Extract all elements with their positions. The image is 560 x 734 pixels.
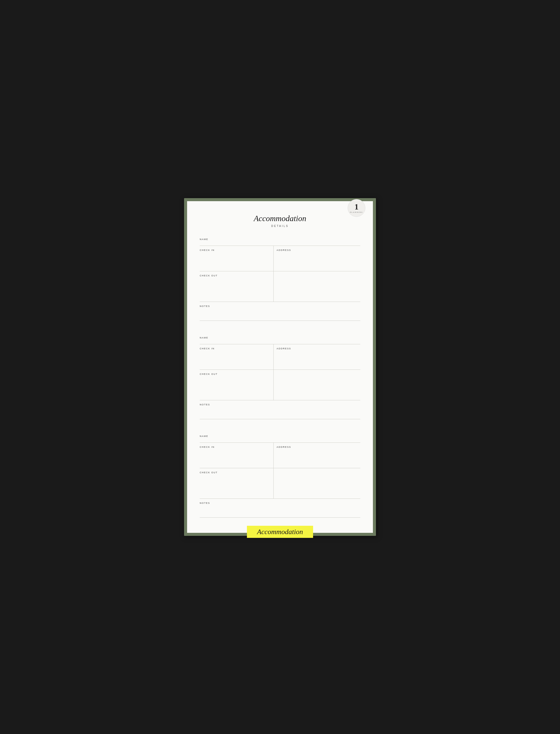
name-row-3: NAME xyxy=(200,432,360,443)
address-label-1: ADDRESS xyxy=(277,248,291,252)
spacer-1 xyxy=(200,326,360,334)
check-out-row-1: CHECK OUT xyxy=(200,271,360,302)
check-out-row-3: CHECK OUT xyxy=(200,468,360,499)
entry-block-2: NAME CHECK IN ADDRESS CHECK OUT xyxy=(200,334,360,419)
page-subtitle: DETAILS xyxy=(200,225,360,228)
notes-label-1: NOTES xyxy=(200,305,210,308)
address-cell-2: ADDRESS xyxy=(274,344,360,369)
check-out-label-3: CHECK OUT xyxy=(200,471,218,474)
page: 1 PLANNING Accommodation DETAILS NAME CH… xyxy=(187,201,373,533)
notes-label-2: NOTES xyxy=(200,403,210,406)
badge-text: PLANNING xyxy=(350,211,363,213)
notes-row-1: NOTES xyxy=(200,302,360,321)
check-out-cell-3: CHECK OUT xyxy=(200,468,274,498)
entry-block-3: NAME CHECK IN ADDRESS CHECK OUT xyxy=(200,432,360,518)
address-label-3: ADDRESS xyxy=(277,445,291,448)
check-in-address-row-2: CHECK IN ADDRESS xyxy=(200,344,360,370)
page-title: Accommodation xyxy=(200,214,360,223)
check-out-cell-1: CHECK OUT xyxy=(200,271,274,302)
address-cell-1: ADDRESS xyxy=(274,246,360,271)
address-extra-2 xyxy=(274,370,360,400)
notes-row-3: NOTES xyxy=(200,499,360,518)
page-badge: 1 PLANNING xyxy=(348,199,365,217)
check-in-cell-1: CHECK IN xyxy=(200,246,274,271)
address-cell-3: ADDRESS xyxy=(274,443,360,468)
address-extra-1 xyxy=(274,271,360,302)
bottom-tab: Accommodation xyxy=(247,526,313,538)
check-in-cell-3: CHECK IN xyxy=(200,443,274,468)
name-row-1: NAME xyxy=(200,235,360,246)
book-cover: 1 PLANNING Accommodation DETAILS NAME CH… xyxy=(184,198,376,536)
bottom-tab-label: Accommodation xyxy=(257,528,303,536)
check-in-cell-2: CHECK IN xyxy=(200,344,274,369)
check-in-label-1: CHECK IN xyxy=(200,248,215,252)
page-wrapper: 1 PLANNING Accommodation DETAILS NAME CH… xyxy=(184,198,376,536)
name-label-3: NAME xyxy=(200,434,208,437)
check-out-label-1: CHECK OUT xyxy=(200,274,218,277)
badge-number: 1 xyxy=(354,203,359,211)
notes-label-3: NOTES xyxy=(200,501,210,504)
address-extra-3 xyxy=(274,468,360,498)
name-label-2: NAME xyxy=(200,336,208,339)
address-label-2: ADDRESS xyxy=(277,347,291,350)
check-out-label-2: CHECK OUT xyxy=(200,372,218,375)
check-in-address-row-3: CHECK IN ADDRESS xyxy=(200,443,360,468)
check-out-cell-2: CHECK OUT xyxy=(200,370,274,400)
spacer-2 xyxy=(200,424,360,432)
name-row-2: NAME xyxy=(200,334,360,344)
entry-block-1: NAME CHECK IN ADDRESS CHECK OUT xyxy=(200,235,360,321)
check-in-label-2: CHECK IN xyxy=(200,347,215,350)
check-in-address-row-1: CHECK IN ADDRESS xyxy=(200,246,360,271)
name-label-1: NAME xyxy=(200,238,208,241)
notes-row-2: NOTES xyxy=(200,400,360,419)
check-in-label-3: CHECK IN xyxy=(200,445,215,448)
check-out-row-2: CHECK OUT xyxy=(200,370,360,400)
